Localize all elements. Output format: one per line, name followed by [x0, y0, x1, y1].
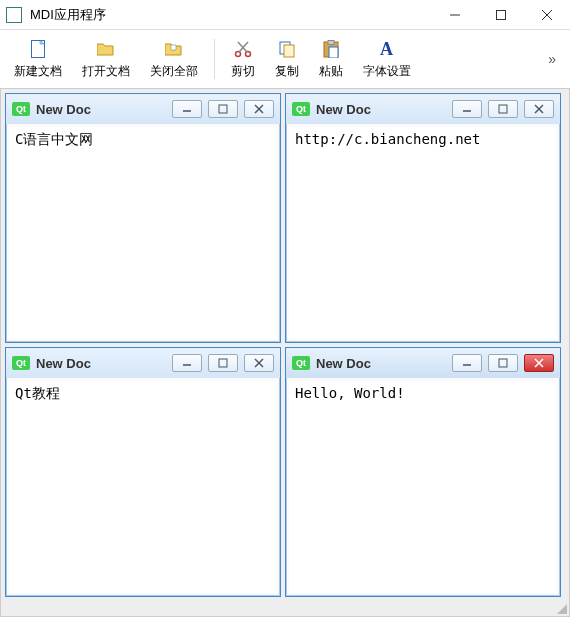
close-all-button[interactable]: 关闭全部 — [140, 34, 208, 84]
svg-rect-28 — [499, 359, 507, 367]
svg-rect-24 — [219, 359, 227, 367]
copy-icon — [278, 39, 296, 59]
qt-icon: Qt — [292, 102, 310, 116]
toolbar-overflow-button[interactable]: » — [538, 51, 566, 67]
svg-rect-16 — [219, 105, 227, 113]
child-close-button[interactable] — [244, 354, 274, 372]
app-icon — [6, 7, 22, 23]
child-close-button[interactable] — [244, 100, 274, 118]
svg-rect-1 — [497, 10, 506, 19]
cut-label: 剪切 — [231, 63, 255, 80]
child-text-area[interactable]: Qt教程 — [9, 381, 277, 593]
close-all-icon — [165, 39, 183, 59]
child-text-area[interactable]: Hello, World! — [289, 381, 557, 593]
minimize-button[interactable] — [432, 0, 478, 30]
child-titlebar[interactable]: Qt New Doc — [6, 94, 280, 124]
child-minimize-button[interactable] — [172, 354, 202, 372]
child-close-button[interactable] — [524, 354, 554, 372]
scissors-icon — [234, 39, 252, 59]
child-window[interactable]: Qt New Doc Qt教程 — [5, 347, 281, 597]
paste-icon — [323, 39, 339, 59]
svg-rect-10 — [284, 45, 294, 57]
child-titlebar[interactable]: Qt New Doc — [6, 348, 280, 378]
child-window[interactable]: Qt New Doc C语言中文网 — [5, 93, 281, 343]
open-folder-icon — [97, 39, 115, 59]
child-close-button[interactable] — [524, 100, 554, 118]
child-title: New Doc — [36, 102, 166, 117]
close-button[interactable] — [524, 0, 570, 30]
copy-button[interactable]: 复制 — [265, 34, 309, 84]
main-titlebar: MDI应用程序 — [0, 0, 570, 30]
resize-grip[interactable] — [555, 602, 567, 614]
svg-rect-12 — [328, 40, 334, 44]
open-doc-label: 打开文档 — [82, 63, 130, 80]
font-settings-label: 字体设置 — [363, 63, 411, 80]
child-title: New Doc — [36, 356, 166, 371]
child-maximize-button[interactable] — [488, 354, 518, 372]
qt-icon: Qt — [12, 356, 30, 370]
child-minimize-button[interactable] — [452, 100, 482, 118]
window-title: MDI应用程序 — [30, 6, 432, 24]
child-titlebar[interactable]: Qt New Doc — [286, 348, 560, 378]
copy-label: 复制 — [275, 63, 299, 80]
maximize-button[interactable] — [478, 0, 524, 30]
child-minimize-button[interactable] — [172, 100, 202, 118]
cut-button[interactable]: 剪切 — [221, 34, 265, 84]
child-window[interactable]: Qt New Doc http://c.biancheng.net — [285, 93, 561, 343]
close-all-label: 关闭全部 — [150, 63, 198, 80]
child-title: New Doc — [316, 102, 446, 117]
new-doc-label: 新建文档 — [14, 63, 62, 80]
svg-rect-20 — [499, 105, 507, 113]
svg-rect-13 — [329, 47, 338, 58]
toolbar: 新建文档 打开文档 关闭全部 剪切 复制 粘贴 A 字体设置 » — [0, 30, 570, 88]
child-minimize-button[interactable] — [452, 354, 482, 372]
svg-text:A: A — [380, 40, 393, 58]
paste-button[interactable]: 粘贴 — [309, 34, 353, 84]
toolbar-separator — [214, 39, 215, 79]
paste-label: 粘贴 — [319, 63, 343, 80]
open-doc-button[interactable]: 打开文档 — [72, 34, 140, 84]
child-maximize-button[interactable] — [488, 100, 518, 118]
child-maximize-button[interactable] — [208, 100, 238, 118]
new-doc-button[interactable]: 新建文档 — [4, 34, 72, 84]
child-title: New Doc — [316, 356, 446, 371]
font-icon: A — [378, 39, 396, 59]
qt-icon: Qt — [12, 102, 30, 116]
font-settings-button[interactable]: A 字体设置 — [353, 34, 421, 84]
qt-icon: Qt — [292, 356, 310, 370]
mdi-area[interactable]: Qt New Doc C语言中文网 Qt New Doc http://c.bi… — [0, 88, 570, 617]
child-maximize-button[interactable] — [208, 354, 238, 372]
child-titlebar[interactable]: Qt New Doc — [286, 94, 560, 124]
child-window[interactable]: Qt New Doc Hello, World! — [285, 347, 561, 597]
child-text-area[interactable]: C语言中文网 — [9, 127, 277, 339]
new-doc-icon — [31, 39, 45, 59]
child-text-area[interactable]: http://c.biancheng.net — [289, 127, 557, 339]
